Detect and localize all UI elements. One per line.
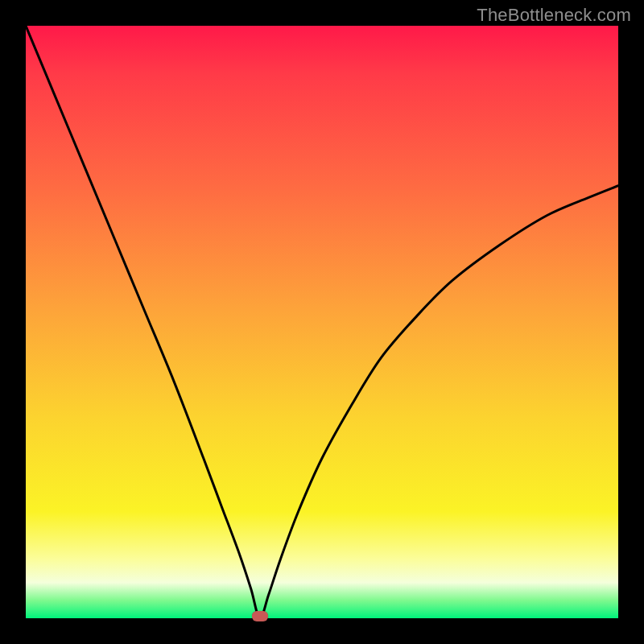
chart-frame: TheBottleneck.com <box>0 0 644 644</box>
watermark-text: TheBottleneck.com <box>477 5 631 26</box>
bottleneck-curve <box>26 26 618 618</box>
plot-area <box>26 26 618 618</box>
optimal-marker <box>252 611 268 621</box>
